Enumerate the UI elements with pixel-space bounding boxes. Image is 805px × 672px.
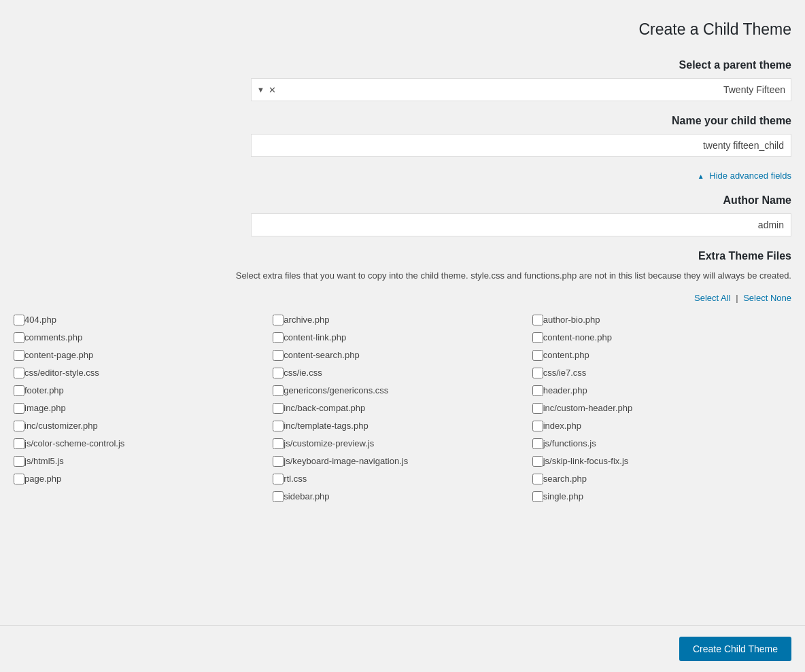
file-label: js/keyboard-image-navigation.js — [284, 456, 408, 466]
list-item: js/skip-link-focus-fix.js — [532, 453, 791, 470]
child-theme-name-section: Name your child theme — [14, 115, 791, 157]
file-label: content-link.php — [284, 332, 346, 342]
file-label: content.php — [543, 350, 589, 360]
file-checkbox[interactable] — [273, 385, 284, 396]
list-item: content-page.php — [14, 347, 273, 364]
select-clear-icon[interactable]: ✕ — [269, 85, 276, 95]
file-checkbox[interactable] — [14, 368, 24, 378]
child-theme-name-input[interactable] — [251, 134, 791, 157]
file-label: inc/back-compat.php — [284, 403, 365, 413]
list-item: js/color-scheme-control.js — [14, 435, 273, 453]
author-name-label: Author Name — [14, 194, 791, 207]
file-checkbox[interactable] — [532, 474, 543, 484]
list-item: author-bio.php — [532, 311, 791, 329]
list-item: page.php — [14, 470, 273, 488]
author-name-input[interactable] — [251, 213, 791, 236]
list-item: content-none.php — [532, 329, 791, 347]
list-item: inc/custom-header.php — [532, 400, 791, 417]
extra-files-section: Extra Theme Files Select extra files tha… — [14, 250, 791, 506]
file-checkbox[interactable] — [14, 332, 24, 343]
list-item: footer.php — [14, 382, 273, 400]
file-label: js/customize-preview.js — [284, 438, 374, 448]
file-label: search.php — [543, 474, 587, 484]
file-label: rtl.css — [284, 474, 307, 484]
file-label: single.php — [543, 491, 583, 501]
file-checkbox[interactable] — [273, 368, 284, 378]
file-label: inc/custom-header.php — [543, 403, 633, 413]
file-checkbox[interactable] — [14, 421, 24, 431]
file-checkbox[interactable] — [532, 332, 543, 343]
files-grid: author-bio.php archive.php 404.php conte… — [14, 311, 791, 506]
list-item: css/editor-style.css — [14, 364, 273, 382]
select-all-link[interactable]: Select All — [694, 293, 730, 303]
file-checkbox[interactable] — [273, 315, 284, 325]
file-checkbox[interactable] — [532, 403, 543, 414]
file-label: index.php — [543, 421, 581, 431]
file-checkbox[interactable] — [532, 368, 543, 378]
list-item: inc/back-compat.php — [273, 400, 532, 417]
file-checkbox[interactable] — [14, 315, 24, 325]
file-checkbox[interactable] — [273, 421, 284, 431]
file-checkbox[interactable] — [532, 438, 543, 449]
file-label: inc/template-tags.php — [284, 421, 368, 431]
file-checkbox[interactable] — [532, 456, 543, 467]
file-label: footer.php — [24, 385, 64, 395]
file-label: inc/customizer.php — [24, 421, 98, 431]
parent-theme-label: Select a parent theme — [14, 59, 791, 71]
file-label: content-search.php — [284, 350, 359, 360]
file-checkbox[interactable] — [273, 438, 284, 449]
file-checkbox[interactable] — [273, 403, 284, 414]
parent-theme-value: Twenty Fifteen — [723, 84, 785, 95]
list-item: single.php — [532, 488, 791, 506]
list-item: image.php — [14, 400, 273, 417]
list-item: search.php — [532, 470, 791, 488]
list-item: inc/customizer.php — [14, 417, 273, 435]
file-checkbox[interactable] — [273, 332, 284, 343]
file-checkbox[interactable] — [14, 385, 24, 396]
list-item: content.php — [532, 347, 791, 364]
file-label: js/functions.js — [543, 438, 596, 448]
list-item: js/keyboard-image-navigation.js — [273, 453, 532, 470]
file-label: comments.php — [24, 332, 82, 342]
list-item: css/ie7.css — [532, 364, 791, 382]
file-label: css/ie7.css — [543, 368, 587, 378]
file-checkbox[interactable] — [273, 456, 284, 467]
author-name-section: Author Name — [14, 194, 791, 236]
list-item: comments.php — [14, 329, 273, 347]
file-label: js/skip-link-focus-fix.js — [543, 456, 629, 466]
advanced-toggle-label[interactable]: Hide advanced fields — [709, 171, 791, 181]
select-arrow-icon[interactable]: ▼ — [257, 86, 264, 94]
file-checkbox[interactable] — [532, 350, 543, 361]
list-item: content-link.php — [273, 329, 532, 347]
file-checkbox[interactable] — [14, 438, 24, 449]
file-label: content-none.php — [543, 332, 612, 342]
file-checkbox[interactable] — [273, 350, 284, 361]
list-item: content-search.php — [273, 347, 532, 364]
file-checkbox[interactable] — [14, 456, 24, 467]
select-all-row: Select All | Select None — [14, 293, 791, 303]
file-label: content-page.php — [24, 350, 93, 360]
extra-files-description: Select extra files that you want to copy… — [14, 269, 791, 283]
list-item: inc/template-tags.php — [273, 417, 532, 435]
advanced-toggle[interactable]: ▲ Hide advanced fields — [14, 171, 791, 181]
file-checkbox[interactable] — [273, 491, 284, 502]
file-checkbox[interactable] — [14, 350, 24, 361]
file-checkbox[interactable] — [14, 403, 24, 414]
select-none-link[interactable]: Select None — [743, 293, 791, 303]
file-label: js/color-scheme-control.js — [24, 438, 124, 448]
list-item: 404.php — [14, 311, 273, 329]
file-label: js/html5.js — [24, 456, 64, 466]
file-label: css/ie.css — [284, 368, 322, 378]
file-label: 404.php — [24, 315, 56, 325]
extra-files-label: Extra Theme Files — [14, 250, 791, 262]
file-checkbox[interactable] — [14, 474, 24, 484]
file-label: image.php — [24, 403, 66, 413]
parent-theme-select[interactable]: ▼ ✕ Twenty Fifteen — [251, 78, 791, 101]
page-title: Create a Child Theme — [14, 14, 791, 39]
file-checkbox[interactable] — [532, 315, 543, 325]
file-checkbox[interactable] — [273, 474, 284, 484]
parent-theme-section: Select a parent theme ▼ ✕ Twenty Fifteen — [14, 59, 791, 101]
file-checkbox[interactable] — [532, 421, 543, 431]
file-checkbox[interactable] — [532, 385, 543, 396]
file-checkbox[interactable] — [532, 491, 543, 502]
